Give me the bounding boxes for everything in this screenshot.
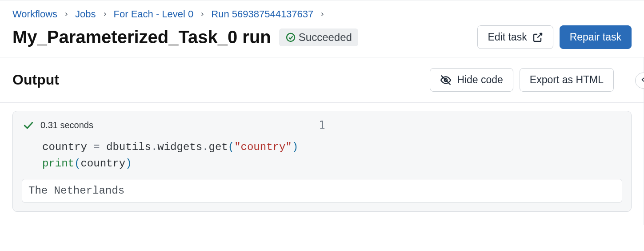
hide-code-label: Hide code (457, 74, 503, 86)
chevron-right-icon (64, 10, 69, 19)
status-badge: Succeeded (279, 28, 358, 46)
page-header: Workflows Jobs For Each - Level 0 Run 56… (0, 0, 644, 57)
chevron-right-icon (320, 10, 325, 19)
edit-task-button[interactable]: Edit task (477, 25, 553, 49)
notebook-cell: 0.31 seconds 1 country = dbutils.widgets… (12, 111, 632, 212)
page-title: My_Parameterized_Task_0 run (12, 27, 271, 47)
cell-header: 0.31 seconds 1 (22, 119, 622, 131)
check-circle-icon (285, 32, 296, 43)
repair-task-label: Repair task (570, 31, 621, 43)
collapse-panel-button[interactable] (635, 73, 644, 89)
status-text: Succeeded (299, 31, 352, 44)
svg-point-0 (287, 33, 295, 41)
hide-code-button[interactable]: Hide code (430, 68, 513, 92)
edit-task-label: Edit task (488, 31, 527, 43)
chevron-right-icon (200, 10, 205, 19)
cell-execution-count: 1 (319, 119, 325, 131)
breadcrumb-link-foreach[interactable]: For Each - Level 0 (114, 8, 194, 20)
check-icon (23, 119, 34, 131)
eye-off-icon (440, 74, 452, 86)
cell-code: country = dbutils.widgets.get("country")… (22, 139, 622, 172)
cell-duration: 0.31 seconds (40, 120, 93, 130)
breadcrumb: Workflows Jobs For Each - Level 0 Run 56… (12, 8, 632, 20)
breadcrumb-link-workflows[interactable]: Workflows (12, 8, 57, 20)
breadcrumb-link-run[interactable]: Run 569387544137637 (211, 8, 313, 20)
chevron-right-icon (102, 10, 108, 19)
output-section-header: Output Hide code Export as HTML (0, 57, 644, 103)
chevron-left-icon (640, 77, 644, 85)
export-html-button[interactable]: Export as HTML (520, 68, 614, 92)
breadcrumb-link-jobs[interactable]: Jobs (75, 8, 96, 20)
output-content: 0.31 seconds 1 country = dbutils.widgets… (0, 103, 644, 225)
external-link-icon (532, 32, 543, 43)
export-html-label: Export as HTML (530, 74, 604, 86)
repair-task-button[interactable]: Repair task (560, 25, 632, 49)
output-title: Output (12, 72, 59, 88)
cell-output: The Netherlands (22, 179, 622, 202)
title-row: My_Parameterized_Task_0 run Succeeded Ed… (12, 25, 632, 49)
